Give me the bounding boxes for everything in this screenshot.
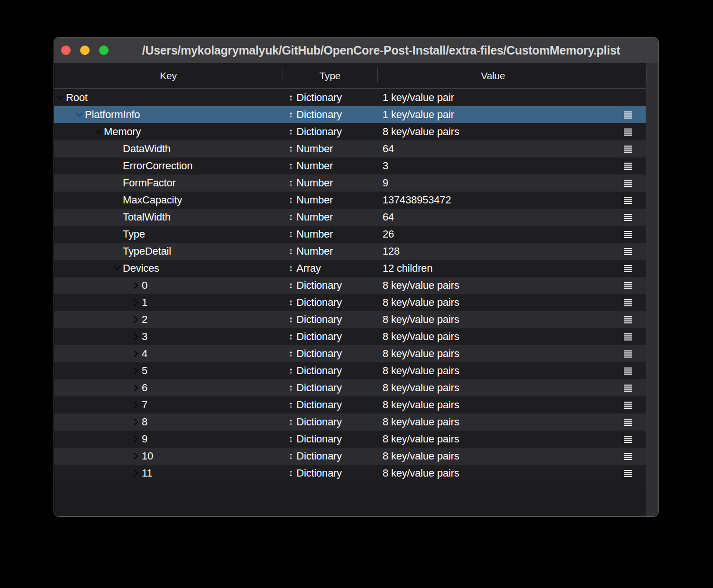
hamburger-menu-icon[interactable] [624,333,632,340]
hamburger-menu-icon[interactable] [624,265,632,272]
type-selector[interactable]: ↕ Dictionary [283,279,377,292]
value-cell[interactable]: 8 key/value pairs [377,296,609,309]
type-selector[interactable]: ↕ Dictionary [283,92,377,104]
value-cell[interactable]: 8 key/value pairs [377,313,609,326]
table-row[interactable]: 3 ↕ Dictionary 8 key/value pairs [54,328,646,345]
table-row[interactable]: ErrorCorrection ↕ Number 3 [54,157,646,175]
value-cell[interactable]: 64 [377,211,609,223]
type-selector[interactable]: ↕ Dictionary [283,467,377,479]
value-cell[interactable]: 8 key/value pairs [377,450,609,462]
hamburger-menu-icon[interactable] [624,436,632,443]
type-selector[interactable]: ↕ Number [283,228,377,240]
chevron-right-icon[interactable] [132,332,140,341]
chevron-right-icon[interactable] [132,367,140,375]
hamburger-menu-icon[interactable] [624,368,632,375]
chevron-right-icon[interactable] [132,469,140,478]
hamburger-menu-icon[interactable] [624,231,632,238]
table-row[interactable]: 11 ↕ Dictionary 8 key/value pairs [54,465,646,482]
type-selector[interactable]: ↕ Dictionary [283,450,377,462]
minimize-button[interactable] [80,46,90,55]
type-selector[interactable]: ↕ Number [283,194,377,206]
hamburger-menu-icon[interactable] [624,419,632,426]
value-cell[interactable]: 1 key/value pair [377,92,609,104]
type-selector[interactable]: ↕ Dictionary [283,126,377,138]
type-selector[interactable]: ↕ Dictionary [283,331,377,343]
table-row[interactable]: Root ↕ Dictionary 1 key/value pair [54,89,646,106]
table-row[interactable]: 5 ↕ Dictionary 8 key/value pairs [54,362,646,379]
type-selector[interactable]: ↕ Dictionary [283,399,377,411]
type-selector[interactable]: ↕ Dictionary [283,313,377,326]
value-cell[interactable]: 128 [377,245,609,257]
value-cell[interactable]: 8 key/value pairs [377,416,609,428]
value-cell[interactable]: 8 key/value pairs [377,279,609,292]
chevron-right-icon[interactable] [132,349,140,358]
titlebar[interactable]: /Users/mykolagrymalyuk/GitHub/OpenCore-P… [54,37,658,63]
value-cell[interactable]: 8 key/value pairs [377,382,609,394]
table-row[interactable]: Memory ↕ Dictionary 8 key/value pairs [54,123,646,140]
value-cell[interactable]: 8 key/value pairs [377,467,609,479]
value-cell[interactable]: 137438953472 [377,194,609,206]
value-cell[interactable]: 26 [377,228,609,240]
type-selector[interactable]: ↕ Dictionary [283,365,377,377]
chevron-right-icon[interactable] [132,401,140,409]
type-selector[interactable]: ↕ Dictionary [283,109,377,121]
chevron-down-icon[interactable] [94,128,102,136]
table-row[interactable]: TotalWidth ↕ Number 64 [54,209,646,226]
chevron-down-icon[interactable] [113,264,121,273]
table-row[interactable]: PlatformInfo ↕ Dictionary 1 key/value pa… [54,106,646,123]
type-selector[interactable]: ↕ Number [283,177,377,189]
chevron-down-icon[interactable] [56,93,64,102]
table-row[interactable]: MaxCapacity ↕ Number 137438953472 [54,192,646,209]
value-cell[interactable]: 1 key/value pair [377,109,609,121]
table-row[interactable]: Type ↕ Number 26 [54,226,646,243]
type-selector[interactable]: ↕ Dictionary [283,348,377,360]
value-cell[interactable]: 8 key/value pairs [377,433,609,445]
table-row[interactable]: 7 ↕ Dictionary 8 key/value pairs [54,396,646,413]
chevron-right-icon[interactable] [132,384,140,392]
hamburger-menu-icon[interactable] [624,129,632,136]
table-row[interactable]: 1 ↕ Dictionary 8 key/value pairs [54,294,646,311]
value-cell[interactable]: 8 key/value pairs [377,331,609,343]
chevron-right-icon[interactable] [132,315,140,324]
chevron-right-icon[interactable] [132,298,140,307]
table-row[interactable]: 10 ↕ Dictionary 8 key/value pairs [54,448,646,465]
hamburger-menu-icon[interactable] [624,299,632,306]
value-cell[interactable]: 8 key/value pairs [377,365,609,377]
value-cell[interactable]: 8 key/value pairs [377,348,609,360]
hamburger-menu-icon[interactable] [624,470,632,477]
hamburger-menu-icon[interactable] [624,111,632,119]
type-selector[interactable]: ↕ Number [283,211,377,223]
type-selector[interactable]: ↕ Number [283,245,377,257]
type-selector[interactable]: ↕ Dictionary [283,296,377,309]
table-row[interactable]: 4 ↕ Dictionary 8 key/value pairs [54,345,646,362]
table-row[interactable]: 8 ↕ Dictionary 8 key/value pairs [54,413,646,431]
value-cell[interactable]: 12 children [377,262,609,275]
chevron-right-icon[interactable] [132,418,140,426]
type-selector[interactable]: ↕ Array [283,262,377,275]
type-selector[interactable]: ↕ Dictionary [283,416,377,428]
chevron-down-icon[interactable] [75,110,83,119]
table-row[interactable]: FormFactor ↕ Number 9 [54,175,646,192]
value-cell[interactable]: 8 key/value pairs [377,399,609,411]
value-cell[interactable]: 9 [377,177,609,189]
table-row[interactable]: 9 ↕ Dictionary 8 key/value pairs [54,431,646,448]
table-row[interactable]: 6 ↕ Dictionary 8 key/value pairs [54,379,646,396]
hamburger-menu-icon[interactable] [624,350,632,358]
hamburger-menu-icon[interactable] [624,163,632,170]
hamburger-menu-icon[interactable] [624,214,632,221]
table-row[interactable]: 0 ↕ Dictionary 8 key/value pairs [54,277,646,294]
type-selector[interactable]: ↕ Number [283,160,377,172]
table-row[interactable]: Devices ↕ Array 12 children [54,260,646,277]
value-cell[interactable]: 8 key/value pairs [377,126,609,138]
value-cell[interactable]: 64 [377,143,609,155]
zoom-button[interactable] [99,46,109,55]
hamburger-menu-icon[interactable] [624,180,632,187]
type-selector[interactable]: ↕ Dictionary [283,433,377,445]
value-cell[interactable]: 3 [377,160,609,172]
table-row[interactable]: DataWidth ↕ Number 64 [54,140,646,157]
chevron-right-icon[interactable] [132,452,140,460]
scrollbar-track[interactable] [646,63,658,516]
table-row[interactable]: TypeDetail ↕ Number 128 [54,243,646,260]
hamburger-menu-icon[interactable] [624,453,632,460]
close-button[interactable] [61,46,71,55]
